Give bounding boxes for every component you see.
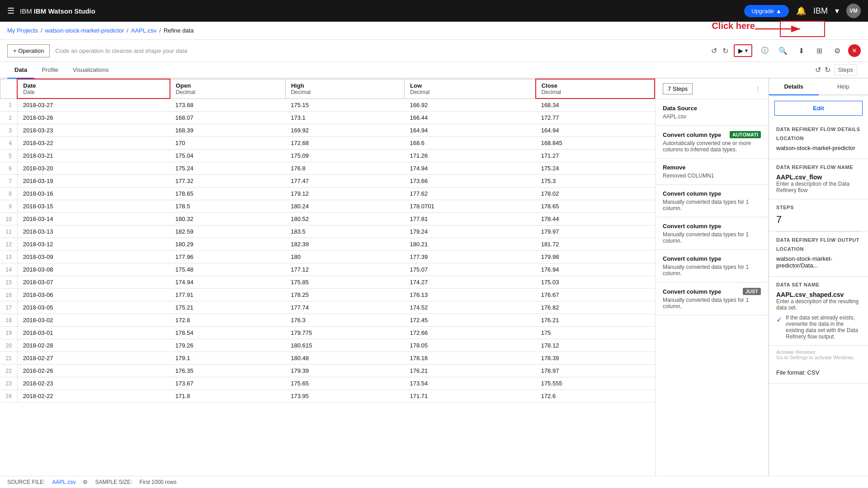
step-desc: Automatically converted one or more colu… bbox=[663, 140, 761, 153]
edit-button[interactable]: Edit bbox=[774, 101, 863, 116]
flow-details-title: DATA REFINERY FLOW DETAILS bbox=[776, 127, 861, 132]
breadcrumb-my-projects[interactable]: My Projects bbox=[7, 27, 38, 34]
hamburger-icon[interactable]: ☰ bbox=[7, 6, 14, 16]
flow-name-label: DATA REFINERY FLOW NAME bbox=[776, 164, 861, 170]
breadcrumb: My Projects / watson-stock-market-predic… bbox=[0, 22, 868, 40]
cell-high: 173.95 bbox=[285, 390, 404, 403]
nav-right: Upgrade ▲ 🔔 IBM ▾ VM bbox=[744, 4, 861, 18]
col-header-close[interactable]: Close Decimal bbox=[536, 79, 655, 99]
step-item-3[interactable]: Convert column type Manually converted d… bbox=[656, 185, 768, 217]
row-number: 9 bbox=[0, 200, 18, 213]
redo-button[interactable]: ↻ bbox=[721, 45, 730, 57]
run-dropdown-icon: ▾ bbox=[745, 47, 748, 54]
step-item-5[interactable]: Convert column type Manually converted d… bbox=[656, 250, 768, 282]
step-item-1[interactable]: Convert column type AUTOMATI Automatical… bbox=[656, 126, 768, 159]
details-tabs: Details Help bbox=[769, 79, 868, 95]
cell-open: 175.24 bbox=[170, 162, 285, 175]
tab-visualizations[interactable]: Visualizations bbox=[66, 62, 116, 79]
steps-label[interactable]: Steps bbox=[834, 64, 857, 75]
step-tag: AUTOMATI bbox=[730, 131, 761, 138]
step-item-0[interactable]: Data Source AAPL.csv bbox=[656, 99, 768, 126]
cell-low: 171.26 bbox=[405, 150, 536, 162]
table-row: 12 2018-03-12 180.29 182.39 180.21 181.7… bbox=[0, 238, 655, 251]
table-row: 19 2018-03-01 178.54 179.775 172.66 175 bbox=[0, 327, 655, 339]
row-number: 17 bbox=[0, 301, 18, 314]
checkbox-icon[interactable]: ✓ bbox=[776, 315, 782, 324]
cell-date: 2018-02-27 bbox=[17, 352, 170, 365]
col-header-low[interactable]: Low Decimal bbox=[405, 79, 536, 99]
table-row: 22 2018-02-26 176.35 179.39 176.21 178.9… bbox=[0, 365, 655, 377]
settings-icon[interactable]: ⚙ bbox=[830, 43, 844, 58]
cell-high: 177.47 bbox=[285, 175, 404, 188]
table-row: 23 2018-02-23 173.67 175.65 173.54 175.5… bbox=[0, 377, 655, 390]
cell-close: 175.24 bbox=[536, 162, 655, 175]
row-number: 21 bbox=[0, 352, 18, 365]
cell-close: 178.39 bbox=[536, 352, 655, 365]
ibm-chevron-icon[interactable]: ▾ bbox=[835, 6, 839, 16]
steps-badge-button[interactable]: 7 Steps bbox=[663, 83, 693, 94]
row-number: 14 bbox=[0, 263, 18, 276]
cell-date: 2018-03-09 bbox=[17, 251, 170, 263]
tab-details[interactable]: Details bbox=[769, 79, 819, 95]
grid-icon[interactable]: ⊞ bbox=[812, 43, 826, 58]
step-item-6[interactable]: Convert column type JUST Manually conver… bbox=[656, 282, 768, 315]
source-file-link[interactable]: AAPL.csv bbox=[52, 479, 75, 483]
step-title: Data Source bbox=[663, 105, 761, 112]
cell-close: 176.94 bbox=[536, 263, 655, 276]
flow-name-value: AAPL.csv_flow bbox=[776, 174, 861, 181]
settings-icon-statusbar[interactable]: ⚙ bbox=[83, 479, 88, 483]
tab-help[interactable]: Help bbox=[819, 79, 868, 95]
col-header-open[interactable]: Open Decimal bbox=[170, 79, 285, 99]
step-desc: AAPL.csv bbox=[663, 113, 761, 120]
cell-high: 169.92 bbox=[285, 124, 404, 137]
sample-label: SAMPLE SIZE: bbox=[95, 479, 132, 483]
table-row: 7 2018-03-19 177.32 177.47 173.66 175.3 bbox=[0, 175, 655, 188]
steps-count-value: 7 bbox=[776, 214, 861, 225]
cell-low: 178.05 bbox=[405, 339, 536, 352]
cell-close: 175 bbox=[536, 327, 655, 339]
col-header-high[interactable]: High Decimal bbox=[285, 79, 404, 99]
steps-list: Data Source AAPL.csv Convert column type… bbox=[656, 99, 768, 315]
output-section: DATA REFINERY FLOW OUTPUT LOCATION watso… bbox=[769, 232, 868, 277]
operation-button[interactable]: + Operation bbox=[7, 44, 50, 57]
cell-date: 2018-03-12 bbox=[17, 238, 170, 251]
activate-windows-watermark: Activate Windows Go to Settings to activ… bbox=[769, 346, 868, 364]
step-title: Convert column type JUST bbox=[663, 288, 761, 295]
cell-close: 175.03 bbox=[536, 276, 655, 289]
upgrade-button[interactable]: Upgrade ▲ bbox=[744, 5, 789, 17]
cell-date: 2018-03-21 bbox=[17, 150, 170, 162]
col-header-date[interactable]: Date Date bbox=[17, 79, 170, 99]
undo-button[interactable]: ↺ bbox=[709, 45, 719, 57]
cell-close: 175.3 bbox=[536, 175, 655, 188]
row-number: 3 bbox=[0, 124, 18, 137]
user-avatar[interactable]: VM bbox=[846, 4, 861, 18]
tab-data[interactable]: Data bbox=[7, 62, 34, 79]
download-icon[interactable]: ⬇ bbox=[794, 43, 808, 58]
steps-header: 7 Steps ⋮ bbox=[656, 79, 768, 99]
row-number: 5 bbox=[0, 150, 18, 162]
data-table-area[interactable]: Date Date Open Decimal High Decimal Low … bbox=[0, 79, 656, 483]
cell-high: 180.48 bbox=[285, 352, 404, 365]
refresh-icon[interactable]: ↺ bbox=[815, 66, 821, 74]
info-icon[interactable]: ⓘ bbox=[758, 43, 772, 58]
run-icon: ▶ bbox=[738, 47, 743, 54]
search-icon[interactable]: 🔍 bbox=[776, 43, 790, 58]
toolbar-right: ↺ ↻ ▶ ▾ ⓘ 🔍 ⬇ ⊞ ⚙ ✕ bbox=[709, 43, 861, 58]
notification-icon[interactable]: 🔔 bbox=[796, 6, 806, 16]
breadcrumb-file[interactable]: AAPL.csv bbox=[131, 27, 156, 34]
close-button[interactable]: ✕ bbox=[848, 44, 861, 57]
step-item-2[interactable]: Remove Removed COLUMN1 bbox=[656, 159, 768, 185]
cell-high: 180.615 bbox=[285, 339, 404, 352]
tab-profile[interactable]: Profile bbox=[34, 62, 66, 79]
row-number: 4 bbox=[0, 137, 18, 150]
step-item-4[interactable]: Convert column type Manually converted d… bbox=[656, 217, 768, 250]
reload-icon[interactable]: ↻ bbox=[825, 66, 830, 74]
table-row: 11 2018-03-13 182.59 183.5 179.24 179.97 bbox=[0, 225, 655, 238]
run-button[interactable]: ▶ ▾ bbox=[734, 44, 752, 57]
cell-low: 175.07 bbox=[405, 263, 536, 276]
step-title: Convert column type bbox=[663, 190, 761, 197]
dataset-name-value: AAPL.csv_shaped.csv bbox=[776, 291, 861, 298]
breadcrumb-project[interactable]: watson-stock-market-predictor bbox=[45, 27, 124, 34]
cell-date: 2018-03-22 bbox=[17, 137, 170, 150]
cell-open: 177.91 bbox=[170, 289, 285, 301]
